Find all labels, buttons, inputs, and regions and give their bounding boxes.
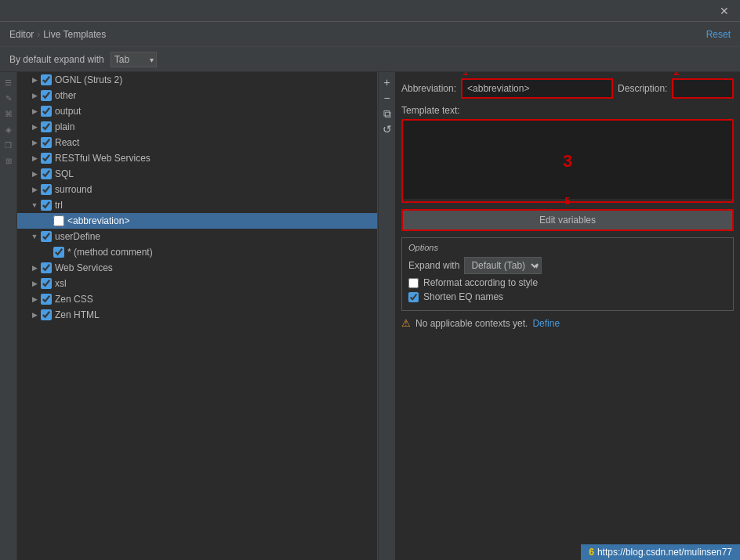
template-label: Template text: [401, 105, 734, 116]
reset-item-button[interactable]: ↺ [380, 122, 394, 136]
label-output: output [55, 106, 81, 117]
check-xsl[interactable] [41, 278, 52, 289]
label-react: React [55, 137, 79, 148]
label-plain: plain [55, 121, 74, 132]
tree-item-webservices[interactable]: ▶ Web Services [17, 260, 377, 276]
tree-item-zencss[interactable]: ▶ Zen CSS [17, 291, 377, 307]
header-row: Editor › Live Templates Reset [0, 22, 740, 47]
check-ognl[interactable] [41, 74, 52, 85]
add-item-button[interactable]: + [380, 75, 394, 89]
abbrev-desc-container: Abbreviation: 1 Description: 2 [401, 78, 734, 99]
left-icon-1[interactable]: ☰ [2, 75, 16, 89]
expand-icon-sql: ▶ [30, 169, 39, 179]
breadcrumb: Editor › Live Templates [9, 29, 106, 40]
description-box: 2 [672, 78, 734, 99]
left-icon-5[interactable]: ❒ [2, 138, 16, 152]
tree-item-xsl[interactable]: ▶ xsl [17, 276, 377, 291]
copy-item-button[interactable]: ⧉ [380, 107, 394, 121]
tree-item-other[interactable]: ▶ other [17, 88, 377, 103]
tree-item-trl[interactable]: ▼ trl [17, 197, 377, 213]
tree-item-method-comment[interactable]: * (method comment) [17, 244, 377, 260]
check-zenhtml[interactable] [41, 309, 52, 320]
expand-icon-surround: ▶ [30, 185, 39, 194]
reset-button[interactable]: Reset [706, 29, 731, 40]
tree-item-abbreviation[interactable]: <abbreviation> [17, 213, 377, 229]
close-button[interactable]: ✕ [715, 3, 734, 19]
expand-icon-abbreviation [42, 216, 52, 226]
left-icon-3[interactable]: ⌘ [2, 107, 16, 121]
label-abbreviation: <abbreviation> [67, 215, 129, 226]
expand-icon-other: ▶ [30, 91, 39, 100]
edit-vars-container: 5 Edit variables [401, 209, 734, 231]
abbreviation-box: 1 [461, 78, 613, 99]
reformat-checkbox[interactable] [408, 278, 419, 288]
left-icon-2[interactable]: ✎ [2, 91, 16, 105]
main-layout: ☰ ✎ ⌘ ◈ ❒ ⊞ ▶ OGNL (Struts 2) ▶ other ▶ … [0, 72, 740, 560]
expand-with-options-select[interactable]: Default (Tab) Tab Enter Space [464, 257, 542, 274]
tree-item-restful[interactable]: ▶ RESTful Web Services [17, 150, 377, 166]
abbreviation-input[interactable] [462, 80, 611, 97]
check-restful[interactable] [41, 153, 52, 164]
number-badge-2: 2 [673, 72, 679, 78]
left-icon-6[interactable]: ⊞ [2, 154, 16, 168]
template-textarea[interactable] [403, 121, 732, 199]
right-actions-panel: + − ⧉ ↺ [378, 72, 395, 560]
breadcrumb-separator: › [37, 29, 40, 40]
expand-icon-ognl: ▶ [30, 75, 39, 85]
check-sql[interactable] [41, 168, 52, 179]
expand-icon-plain: ▶ [30, 122, 39, 132]
url-bar-url[interactable]: https://blog.csdn.net/mulinsen77 [597, 547, 732, 558]
check-webservices[interactable] [41, 262, 52, 273]
tree-item-zenhtml[interactable]: ▶ Zen HTML [17, 307, 377, 323]
expand-icon-xsl: ▶ [30, 279, 39, 288]
remove-item-button[interactable]: − [380, 91, 394, 105]
tree-item-userdefine[interactable]: ▼ userDefine [17, 229, 377, 244]
tree-item-ognl[interactable]: ▶ OGNL (Struts 2) [17, 72, 377, 88]
check-react[interactable] [41, 137, 52, 148]
options-section: Options Expand with Default (Tab) Tab En… [401, 237, 734, 311]
tree-item-surround[interactable]: ▶ surround [17, 182, 377, 197]
left-icon-4[interactable]: ◈ [2, 122, 16, 136]
label-xsl: xsl [55, 278, 67, 289]
label-method-comment: * (method comment) [67, 247, 153, 258]
label-other: other [55, 90, 76, 101]
expand-icon-userdefine: ▼ [30, 232, 39, 241]
description-input[interactable] [673, 80, 732, 97]
check-abbreviation[interactable] [53, 215, 64, 226]
check-surround[interactable] [41, 184, 52, 195]
expand-icon-react: ▶ [30, 138, 39, 147]
check-plain[interactable] [41, 121, 52, 132]
check-zencss[interactable] [41, 294, 52, 305]
check-userdefine[interactable] [41, 231, 52, 242]
check-method-comment[interactable] [53, 247, 64, 258]
edit-variables-button[interactable]: Edit variables [403, 211, 732, 229]
tree-item-react[interactable]: ▶ React [17, 135, 377, 150]
shorten-eq-label: Shorten EQ names [423, 291, 503, 302]
label-userdefine: userDefine [55, 231, 100, 242]
number-badge-1: 1 [462, 72, 468, 78]
expand-with-option-label: Expand with [408, 260, 459, 271]
expand-icon-output: ▶ [30, 107, 39, 116]
abbreviation-label: Abbreviation: [401, 83, 456, 94]
expand-icon-method-comment [42, 247, 52, 257]
label-trl: trl [55, 200, 63, 211]
shorten-eq-row: Shorten EQ names [408, 291, 727, 302]
expand-with-options-wrapper: Default (Tab) Tab Enter Space [464, 257, 542, 274]
tree-item-plain[interactable]: ▶ plain [17, 119, 377, 135]
tree-panel: ▶ OGNL (Struts 2) ▶ other ▶ output ▶ pla… [17, 72, 378, 560]
reformat-label: Reformat according to style [423, 277, 538, 288]
tree-item-output[interactable]: ▶ output [17, 103, 377, 119]
url-bar-number: 6 [589, 547, 594, 558]
shorten-eq-checkbox[interactable] [408, 292, 419, 302]
breadcrumb-editor: Editor [9, 29, 34, 40]
detail-panel: Abbreviation: 1 Description: 2 Template … [395, 72, 740, 560]
expand-with-row: Expand with Default (Tab) Tab Enter Spac… [408, 257, 727, 274]
expand-with-select[interactable]: Tab Enter Space [111, 52, 157, 67]
tree-item-sql[interactable]: ▶ SQL [17, 166, 377, 182]
check-other[interactable] [41, 90, 52, 101]
check-trl[interactable] [41, 200, 52, 211]
check-output[interactable] [41, 106, 52, 117]
define-link[interactable]: Define [532, 318, 560, 329]
label-zencss: Zen CSS [55, 294, 93, 305]
label-restful: RESTful Web Services [55, 153, 151, 164]
